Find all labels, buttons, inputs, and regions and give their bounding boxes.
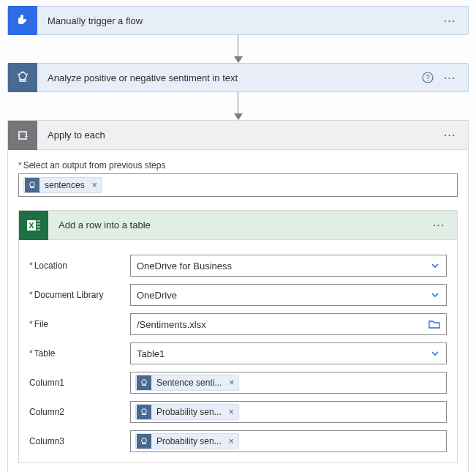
token-remove-icon[interactable]: ×	[227, 407, 238, 417]
loop-output-label: Select an output from previous steps	[18, 160, 458, 171]
excel-menu-button[interactable]: ···	[433, 220, 445, 231]
folder-picker-icon[interactable]	[428, 319, 440, 329]
value-file: /Sentiments.xlsx	[137, 319, 428, 330]
svg-point-3	[30, 182, 35, 187]
excel-icon: X	[19, 211, 48, 240]
token-label: Probability sen...	[152, 407, 227, 417]
excel-action-container: X Add a row into a table ··· Location On…	[18, 210, 458, 463]
excel-action-header[interactable]: X Add a row into a table ···	[19, 211, 457, 240]
label-location: Location	[29, 261, 123, 271]
trigger-title: Manually trigger a flow	[37, 15, 444, 26]
label-library: Document Library	[29, 290, 123, 300]
label-column3: Column3	[29, 436, 123, 446]
ai-menu-button[interactable]: ···	[444, 72, 456, 83]
row-location: Location OneDrive for Business	[29, 255, 447, 277]
svg-text:?: ?	[426, 74, 430, 82]
token-label: Probability sen...	[152, 436, 227, 446]
token-remove-icon[interactable]: ×	[227, 378, 238, 388]
chevron-down-icon	[430, 261, 440, 271]
trigger-menu-button[interactable]: ···	[444, 15, 456, 26]
loop-title: Apply to each	[37, 130, 444, 141]
svg-point-0	[19, 72, 26, 80]
chevron-down-icon	[430, 290, 440, 300]
svg-point-10	[142, 380, 147, 385]
svg-point-11	[142, 409, 147, 414]
label-file: File	[29, 319, 123, 329]
loop-icon	[8, 121, 37, 150]
label-table: Table	[29, 348, 123, 359]
help-icon[interactable]: ?	[422, 72, 434, 83]
ai-token-icon	[137, 375, 151, 390]
row-column2: Column2 Probability sen... ×	[29, 401, 447, 423]
row-file: File /Sentiments.xlsx	[29, 313, 447, 335]
manual-trigger-icon	[8, 6, 37, 35]
token-label: Sentence senti...	[152, 378, 227, 388]
trigger-card[interactable]: Manually trigger a flow ···	[7, 6, 469, 35]
connector-arrow	[7, 92, 469, 120]
value-table: Table1	[137, 348, 430, 359]
token-sentences[interactable]: sentences ×	[23, 177, 102, 193]
row-column3: Column3 Probability sen... ×	[29, 430, 447, 452]
ai-token-icon	[25, 178, 39, 192]
input-column3[interactable]: Probability sen... ×	[130, 430, 447, 452]
apply-to-each-header[interactable]: Apply to each ···	[8, 121, 468, 150]
ai-builder-icon	[8, 63, 37, 92]
connector-arrow	[7, 35, 469, 63]
token-remove-icon[interactable]: ×	[227, 436, 238, 446]
ai-sentiment-card[interactable]: Analyze positive or negative sentiment i…	[7, 63, 469, 92]
apply-to-each-container: Apply to each ··· Select an output from …	[7, 120, 469, 472]
ai-token-icon	[137, 405, 151, 419]
loop-output-input[interactable]: sentences ×	[18, 173, 458, 197]
ai-token-icon	[137, 434, 151, 449]
label-column2: Column2	[29, 407, 123, 417]
token-remove-icon[interactable]: ×	[91, 180, 102, 190]
chevron-down-icon	[430, 348, 440, 359]
svg-point-12	[142, 438, 147, 443]
input-column2[interactable]: Probability sen... ×	[130, 401, 447, 423]
value-location: OneDrive for Business	[137, 261, 430, 271]
select-location[interactable]: OneDrive for Business	[130, 255, 447, 277]
excel-title: Add a row into a table	[48, 220, 433, 231]
loop-menu-button[interactable]: ···	[444, 130, 456, 141]
row-table: Table Table1	[29, 342, 447, 364]
row-column1: Column1 Sentence senti... ×	[29, 372, 447, 394]
row-library: Document Library OneDrive	[29, 284, 447, 306]
input-file[interactable]: /Sentiments.xlsx	[130, 313, 447, 335]
input-column1[interactable]: Sentence senti... ×	[130, 372, 447, 394]
ai-title: Analyze positive or negative sentiment i…	[37, 72, 422, 83]
token-label: sentences	[40, 180, 91, 190]
svg-text:X: X	[29, 221, 34, 230]
token-col3[interactable]: Probability sen... ×	[135, 433, 239, 449]
value-library: OneDrive	[137, 290, 430, 301]
token-col2[interactable]: Probability sen... ×	[135, 404, 239, 420]
select-library[interactable]: OneDrive	[130, 284, 447, 306]
token-col1[interactable]: Sentence senti... ×	[135, 375, 239, 391]
select-table[interactable]: Table1	[130, 342, 447, 364]
label-column1: Column1	[29, 378, 123, 388]
